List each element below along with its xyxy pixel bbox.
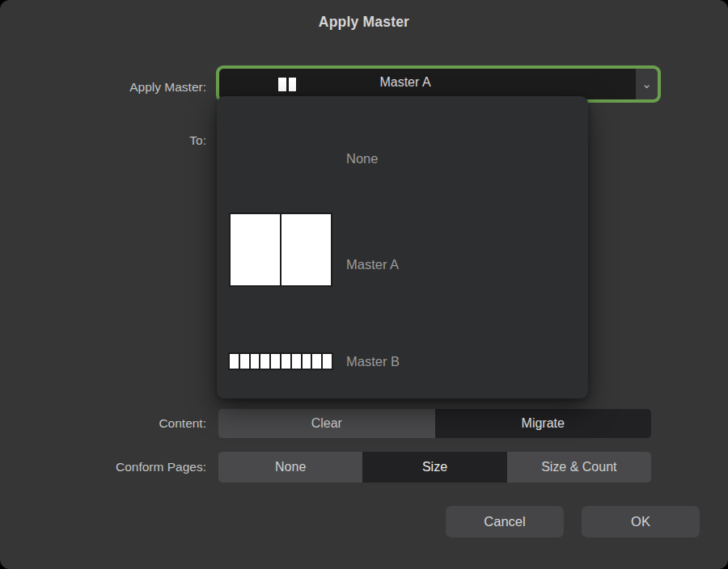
chevron-down-icon: ⌄ xyxy=(641,77,652,91)
segment-clear-label: Clear xyxy=(311,416,342,431)
apply-master-dialog: Apply Master Apply Master: To: Content: … xyxy=(0,0,728,569)
thumb-page xyxy=(303,354,311,369)
content-label: Content: xyxy=(32,416,206,431)
dialog-title: Apply Master xyxy=(0,14,728,31)
thumb-page-left xyxy=(231,214,280,285)
segment-migrate[interactable]: Migrate xyxy=(435,409,652,438)
conform-pages-segmented-control: None Size Size & Count xyxy=(218,452,651,483)
combobox-chevron-button[interactable]: ⌄ xyxy=(636,69,658,99)
apply-master-label: Apply Master: xyxy=(32,80,206,95)
menu-item-master-a-label: Master A xyxy=(346,257,399,272)
ok-button[interactable]: OK xyxy=(582,506,700,537)
menu-item-none[interactable]: None xyxy=(217,103,588,200)
segment-none-label: None xyxy=(275,460,306,474)
combobox-field[interactable]: Master A xyxy=(219,69,636,99)
to-label: To: xyxy=(32,133,206,148)
segment-migrate-label: Migrate xyxy=(522,416,565,431)
master-b-strip-thumbnail xyxy=(228,352,333,370)
master-a-spread-thumbnail xyxy=(229,213,332,287)
page-left xyxy=(278,78,286,91)
master-dropdown-menu: None Master A Master B xyxy=(217,96,588,398)
two-page-spread-icon xyxy=(277,77,297,92)
segment-none[interactable]: None xyxy=(218,452,362,483)
segment-size-and-count-label: Size & Count xyxy=(541,460,616,474)
menu-item-none-label: None xyxy=(346,151,378,166)
thumb-page xyxy=(230,354,239,369)
thumb-page xyxy=(312,354,321,369)
menu-item-master-b-label: Master B xyxy=(346,354,400,369)
ok-button-label: OK xyxy=(631,514,650,529)
page-right xyxy=(289,78,297,91)
segment-clear[interactable]: Clear xyxy=(218,409,435,438)
thumb-page-right xyxy=(281,214,331,285)
combobox-value: Master A xyxy=(316,75,494,90)
menu-item-master-b[interactable]: Master B xyxy=(217,297,588,394)
content-segmented-control: Clear Migrate xyxy=(218,409,651,438)
thumb-page xyxy=(251,354,260,369)
segment-size[interactable]: Size xyxy=(362,452,506,483)
menu-item-master-a[interactable]: Master A xyxy=(217,200,588,297)
thumb-page xyxy=(271,354,280,369)
thumb-page xyxy=(260,354,269,369)
cancel-button[interactable]: Cancel xyxy=(446,506,564,537)
thumb-page xyxy=(240,354,249,369)
conform-pages-label: Conform Pages: xyxy=(32,460,206,474)
cancel-button-label: Cancel xyxy=(484,514,525,529)
thumb-page xyxy=(281,354,290,369)
segment-size-label: Size xyxy=(422,460,447,474)
thumb-page xyxy=(292,354,301,369)
segment-size-and-count[interactable]: Size & Count xyxy=(507,452,651,483)
thumb-page xyxy=(323,354,332,369)
